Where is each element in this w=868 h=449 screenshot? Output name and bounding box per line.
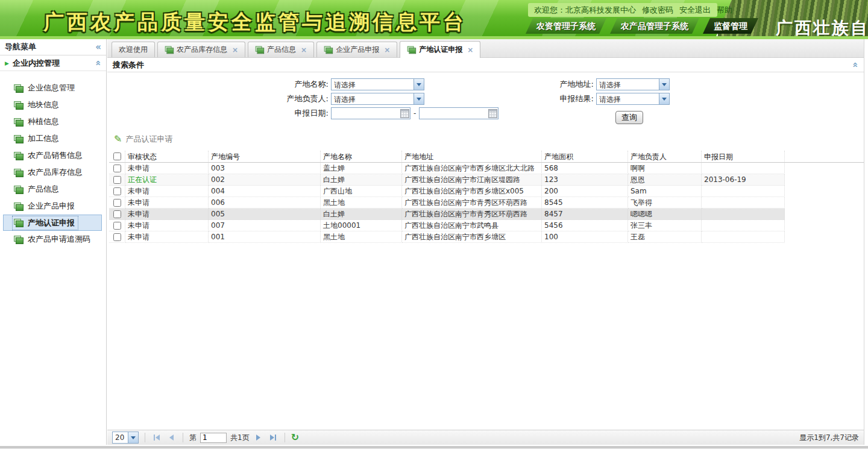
product-cert-apply-button[interactable]: 产品认证申请 [125,134,172,145]
sidebar-item-label: 种植信息 [28,116,59,127]
table-row[interactable]: 未申请 007 土地00001 广西壮族自治区南宁市武鸣县 5456 张三丰 [109,220,864,231]
tab-close-icon[interactable]: × [232,46,238,54]
row-checkbox[interactable] [113,165,121,172]
select-all-checkbox[interactable] [113,152,121,160]
select-value: 请选择 [332,93,414,104]
apply-date-from-field[interactable] [331,107,410,119]
combo-trigger-icon[interactable] [659,79,669,90]
sidebar-collapse-icon[interactable]: « [95,43,101,52]
folder-icon [324,46,333,54]
cell-manager: 啊啊 [628,163,702,174]
sidebar-item-planting-info[interactable]: 种植信息 [0,113,106,130]
table-row[interactable]: 未申请 006 黑土地 广西壮族自治区南宁市青秀区环葫西路 8545 飞举得 [109,197,864,209]
calendar-icon[interactable] [400,109,409,118]
cell-manager: 恩恩 [628,174,702,186]
section-arrow-icon: ▶ [5,60,9,66]
agri-product-subsystem-button[interactable]: 农产品管理子系统 [610,18,699,34]
cell-filler [785,231,864,243]
sidebar-item-product-info[interactable]: 产品信息 [0,181,106,198]
pencil-icon: ✎ [114,134,122,144]
first-page-button[interactable] [151,433,162,442]
help-link[interactable]: 帮助 [717,5,732,16]
sidebar-item-enterprise-info[interactable]: 企业信息管理 [0,80,106,96]
tab-welcome[interactable]: 欢迎使用 [112,42,155,57]
row-checkbox[interactable] [113,222,121,230]
column-header-code[interactable]: 产地编号 [209,151,321,163]
column-header-address[interactable]: 产地地址 [402,151,542,163]
date-range-separator: - [414,109,416,118]
tab-close-icon[interactable]: × [467,46,473,54]
refresh-icon[interactable]: ↻ [291,433,299,442]
column-header-status[interactable]: 审核状态 [125,151,209,163]
agri-input-subsystem-button[interactable]: 农资管理子系统 [526,18,606,34]
cell-name: 盖土婵 [321,163,402,174]
sidebar-item-trace-code-apply[interactable]: 农产品申请追溯码 [0,231,106,248]
column-header-name[interactable]: 产地名称 [321,151,402,163]
supervision-subsystem-button[interactable]: 监督管理 [703,18,758,34]
page-size-value: 20 [113,432,128,443]
section-collapse-icon[interactable]: « [94,60,103,66]
sidebar-title: 导航菜单 [5,42,36,52]
sidebar-item-origin-cert-declare[interactable]: 产地认证申报 [3,215,102,231]
table-row[interactable]: 正在认证 002 白土婵 广西壮族自治区南宁市江南区堤园路 123 恩恩 201… [109,174,864,186]
sidebar-item-label: 企业信息管理 [28,83,75,93]
next-page-button[interactable] [253,433,264,442]
column-header-manager[interactable]: 产地负责人 [628,151,702,163]
search-collapse-icon[interactable]: « [851,62,860,68]
sidebar-item-label: 农产品库存信息 [28,167,83,178]
page-number-input[interactable] [200,433,227,443]
apply-result-select[interactable]: 请选择 [596,93,670,105]
query-button[interactable]: 查询 [615,111,643,124]
cell-area: 123 [542,174,628,186]
column-header-area[interactable]: 产地面积 [542,151,628,163]
row-checkbox[interactable] [113,233,121,241]
sidebar-item-product-declare[interactable]: 企业产品申报 [0,198,106,215]
tab-stock-info[interactable]: 农产品库存信息× [157,42,245,57]
calendar-icon[interactable] [488,109,497,118]
table-row[interactable]: 未申请 004 广西山地 广西壮族自治区南宁市西乡塘区x005 200 Sam [109,186,864,197]
last-page-button[interactable] [268,433,278,442]
tab-close-icon[interactable]: × [384,46,390,54]
apply-date-to-input[interactable] [420,108,488,119]
combo-trigger-icon[interactable] [128,432,138,443]
tab-origin-cert-declare[interactable]: 产地认证申报× [400,41,480,58]
cell-filler [785,209,864,220]
sidebar-item-plot-info[interactable]: 地块信息 [0,96,106,113]
tab-close-icon[interactable]: × [301,46,307,54]
cell-filler [785,186,864,197]
sidebar-item-processing-info[interactable]: 加工信息 [0,130,106,147]
page-total-label: 共1页 [230,433,250,443]
row-checkbox[interactable] [113,187,121,195]
combo-trigger-icon[interactable] [414,79,424,90]
cell-code: 002 [209,174,321,186]
tab-product-declare[interactable]: 企业产品申报× [316,42,397,57]
apply-date-from-input[interactable] [332,108,400,119]
app-window: 广西农产品质量安全监管与追溯信息平台 广西壮族自治区 欢迎您：北京高科技发展中心… [0,0,868,449]
folder-icon [14,236,23,243]
origin-name-select[interactable]: 请选择 [331,78,424,90]
combo-trigger-icon[interactable] [659,93,669,104]
sidebar-section-enterprise-control[interactable]: ▶ 企业内控管理 « [0,55,106,71]
sidebar-item-stock-info[interactable]: 农产品库存信息 [0,164,106,181]
row-checkbox[interactable] [113,210,121,218]
folder-icon [14,186,23,193]
origin-manager-select[interactable]: 请选择 [331,93,424,105]
column-header-date[interactable]: 申报日期 [702,151,785,163]
origin-address-select[interactable]: 请选择 [596,78,670,90]
apply-date-to-field[interactable] [419,107,498,119]
tab-product-info[interactable]: 产品信息× [248,42,314,57]
cell-filler [785,220,864,231]
change-password-link[interactable]: 修改密码 [642,5,673,16]
origin-address-label: 产地地址: [424,79,596,90]
prev-page-button[interactable] [166,433,177,442]
apply-result-label: 申报结果: [424,93,596,104]
row-checkbox[interactable] [113,176,121,184]
combo-trigger-icon[interactable] [414,93,424,104]
table-row[interactable]: 未申请 001 黑土地 广西壮族自治区南宁市西乡塘区 100 王磊 [109,231,864,243]
logout-link[interactable]: 安全退出 [679,5,711,16]
page-size-select[interactable]: 20 [112,432,139,444]
table-row[interactable]: 未申请 005 白土婵 广西壮族自治区南宁市青秀区环葫西路 8457 嗯嗯嗯 [109,209,864,220]
row-checkbox[interactable] [113,199,121,207]
sidebar-item-sales-info[interactable]: 农产品销售信息 [0,147,106,164]
table-row[interactable]: 未申请 003 盖土婵 广西壮族自治区南宁市西乡塘区北大北路 568 啊啊 [109,163,864,174]
